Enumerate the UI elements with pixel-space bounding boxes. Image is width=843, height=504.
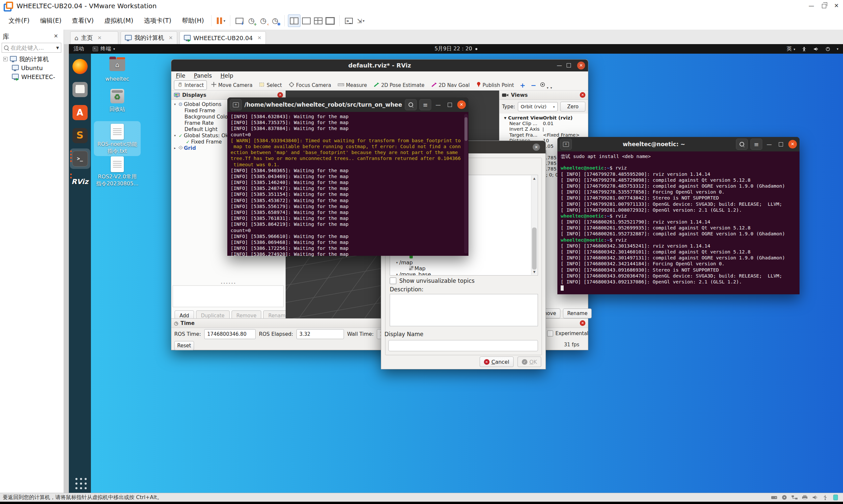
scroll-up-icon[interactable]: ▲ — [531, 176, 537, 181]
terminal-maximize-button[interactable] — [448, 103, 452, 107]
close-tab-icon[interactable]: ✕ — [257, 35, 262, 41]
rviz-menu-help[interactable]: Help — [221, 72, 233, 79]
tool-measure[interactable]: Measure — [335, 81, 370, 89]
tool-publish-point[interactable]: Publish Point — [474, 80, 516, 90]
views-prop-value[interactable] — [543, 126, 588, 132]
vm-display-icon[interactable] — [832, 494, 839, 500]
vmware-menu-5[interactable]: 帮助(H) — [178, 15, 208, 27]
new-tab-button[interactable]: + — [560, 139, 572, 150]
expander-icon[interactable]: ▾ — [173, 102, 177, 106]
dock-item-rviz[interactable]: RViz — [70, 172, 90, 192]
snapshot-revert-icon[interactable]: ◷‹ — [257, 15, 269, 27]
tab-0[interactable]: ⌂主页✕ — [70, 31, 118, 44]
library-search-input[interactable]: 在此处键入... ▼ — [2, 43, 61, 53]
vmware-menu-4[interactable]: 选项卡(T) — [140, 15, 175, 27]
library-item-0[interactable]: 我的计算机 — [0, 55, 64, 64]
views-prop-value[interactable]: Orbit (rviz) — [543, 115, 588, 121]
chevron-down-icon[interactable]: ▼ — [56, 46, 59, 50]
expander-icon[interactable]: ▸ — [173, 146, 177, 150]
send-ctrl-alt-del-icon[interactable] — [233, 15, 245, 27]
terminal-scrollbar[interactable] — [464, 114, 468, 253]
scrollbar-thumb[interactable] — [532, 228, 537, 270]
tool-options-icon[interactable] — [540, 82, 546, 89]
terminal-header[interactable]: + wheeltec@noetic: ~ ≡ — ✕ — [557, 137, 800, 151]
search-button[interactable] — [736, 139, 748, 150]
dock-item-firefox[interactable] — [70, 56, 90, 77]
tool-2d-nav-goal[interactable]: 2D Nav Goal — [428, 81, 472, 90]
dock-item-show-apps[interactable] — [70, 472, 90, 493]
time-field-input[interactable]: 3.32 — [297, 329, 344, 339]
power-icon[interactable] — [825, 47, 831, 52]
expander-icon[interactable]: ▾ — [394, 261, 399, 264]
desktop-icon-2[interactable]: ROS-noetic功能指令.txt — [92, 124, 142, 155]
snapshot-take-icon[interactable]: ◷+ — [245, 15, 257, 27]
printer-icon[interactable] — [801, 494, 808, 500]
hard-disk-icon[interactable] — [771, 494, 778, 500]
input-method-indicator[interactable]: 英 ▾ — [787, 46, 795, 52]
desktop-icon-1[interactable]: ♻回收站 — [92, 88, 142, 113]
close-button[interactable]: ✕ — [831, 1, 841, 10]
tab-2[interactable]: ▶WHEELTEC-UB20.04✕ — [179, 31, 266, 44]
tool-interact[interactable]: Interact — [174, 80, 207, 90]
terminal-header[interactable]: + /home/wheeltec/wheeltec_robot/src/turn… — [227, 97, 469, 112]
tool-2d-pose-estimate[interactable]: 2D Pose Estimate — [371, 81, 427, 90]
vmware-menu-0[interactable]: 文件(F) — [5, 15, 34, 27]
menu-button[interactable]: ≡ — [419, 99, 431, 110]
usb-icon[interactable] — [822, 494, 829, 500]
activities-button[interactable]: 活动 — [73, 46, 84, 52]
terminal-output[interactable]: 尝试 sudo apt install <deb name> wheeltec@… — [557, 151, 800, 294]
remove-tool-button[interactable]: − — [529, 81, 538, 89]
network-adapter-icon[interactable] — [791, 494, 798, 500]
minimize-button[interactable]: — — [806, 1, 816, 10]
fullscreen-view-icon[interactable] — [324, 15, 336, 27]
rviz-minimize-button[interactable]: — — [557, 62, 562, 69]
search-button[interactable] — [405, 99, 417, 110]
console-view-icon[interactable]: >_ — [343, 15, 355, 27]
displays-close-icon[interactable]: ✕ — [277, 92, 283, 98]
vmware-menu-1[interactable]: 编辑(E) — [36, 15, 66, 27]
show-unvisualizable-checkbox[interactable] — [390, 277, 396, 284]
rename-button[interactable]: Rename — [563, 308, 592, 318]
rviz-maximize-button[interactable] — [567, 63, 571, 68]
close-tab-icon[interactable]: ✕ — [169, 35, 173, 41]
fit-guest-icon[interactable]: ⇲▾ — [355, 15, 367, 27]
chevron-down-icon[interactable]: ▾ — [837, 47, 838, 51]
caret1-icon[interactable]: ▾ — [547, 86, 548, 90]
dock-item-terminal[interactable]: >_ — [70, 148, 90, 169]
library-close-icon[interactable]: ✕ — [54, 33, 58, 39]
terminal-output[interactable]: [INFO] [5384.632843]: Waiting for the ma… — [227, 112, 469, 256]
reset-button[interactable]: Reset — [174, 341, 194, 350]
views-type-dropdown[interactable]: Orbit (rviz)▾ — [518, 102, 558, 111]
expander-icon[interactable]: ▾ — [504, 115, 508, 121]
pause-vm-button[interactable]: ▾ — [215, 15, 227, 27]
scroll-down-icon[interactable]: ▼ — [531, 269, 537, 275]
terminal-maximize-button[interactable] — [779, 142, 783, 146]
tab-1[interactable]: 我的计算机✕ — [121, 31, 177, 44]
views-panel-header[interactable]: Views ✕ — [499, 91, 588, 100]
views-prop-1[interactable]: Near Clip ...0.01 — [499, 121, 588, 126]
tool-select[interactable]: Select — [256, 81, 284, 90]
dock-item-sublime-text[interactable]: S — [70, 125, 90, 146]
time-close-icon[interactable]: ✕ — [580, 320, 585, 326]
accessibility-icon[interactable] — [801, 47, 807, 52]
new-tab-button[interactable]: + — [230, 99, 242, 110]
views-close-icon[interactable]: ✕ — [580, 92, 585, 98]
topic-item-2[interactable]: Map — [390, 265, 532, 271]
close-tab-icon[interactable]: ✕ — [98, 35, 102, 41]
caret2-icon[interactable]: ▾ — [550, 86, 552, 90]
ok-button[interactable]: ✓OK — [517, 357, 541, 367]
topic-list-scrollbar[interactable]: ▲ ▼ — [531, 176, 537, 275]
add-tool-button[interactable]: + — [518, 81, 527, 89]
split-view-icon[interactable] — [288, 15, 300, 27]
cd-rom-icon[interactable] — [781, 494, 788, 500]
expander-icon[interactable]: ▾ — [173, 134, 177, 137]
menu-button[interactable]: ≡ — [751, 139, 762, 150]
views-prop-value[interactable]: 0.01 — [543, 121, 588, 126]
desktop-icon-3[interactable]: ROS2-V2.0常用指令20230805... — [92, 156, 142, 187]
app-menu[interactable]: >_ 终端 ▾ — [92, 46, 115, 52]
views-prop-2[interactable]: Invert Z Axis — [499, 126, 588, 132]
unchecked-checkbox[interactable] — [543, 127, 544, 132]
dock-item-files[interactable] — [70, 79, 90, 100]
volume-icon[interactable] — [813, 47, 819, 52]
tool-move-camera[interactable]: Move Camera — [208, 80, 255, 90]
